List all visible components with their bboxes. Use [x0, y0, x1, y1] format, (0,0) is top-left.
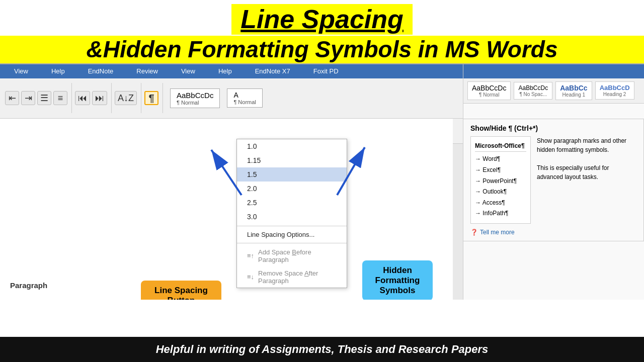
- show-hide-btn[interactable]: ¶: [144, 91, 158, 105]
- list-item-access: → Access¶: [475, 198, 526, 209]
- bottom-bar: Helpful in writing of Assignments, Thesi…: [0, 337, 644, 362]
- style-normal-label: ¶ Normal: [472, 92, 506, 98]
- info-panel-title: Show/Hide ¶ (Ctrl+*): [470, 124, 636, 132]
- info-desc2: This is especially useful for advanced l…: [537, 163, 636, 182]
- remove-space-label: Remove Space After Paragraph: [258, 269, 337, 285]
- ls-option-115[interactable]: 1.15: [237, 153, 347, 167]
- question-icon: ❓: [470, 229, 478, 236]
- tab-help[interactable]: Help: [214, 66, 236, 76]
- normal2-preview: A: [233, 91, 256, 99]
- ls-option-25[interactable]: 2.5: [237, 196, 347, 210]
- line-spacing-dropdown: 1.0 1.15 1.5 2.0 2.5 3.0 Line Spacing Op…: [236, 139, 347, 288]
- list-item-ppt: → PowerPoint¶: [475, 176, 526, 187]
- info-list: Microsoft-Office¶ → Word¶ → Excel¶ → Pow…: [470, 136, 531, 224]
- remove-space-after-btn[interactable]: ≡↓ Remove Space After Paragraph: [237, 266, 347, 288]
- ls-option-2[interactable]: 2.0: [237, 182, 347, 196]
- normal-style-inline: AaBbCcDc ¶ Normal: [170, 88, 220, 108]
- ls-options-link[interactable]: Line Spacing Options...: [237, 228, 347, 241]
- list-item-word: → Word¶: [475, 154, 526, 165]
- tab-endnote-left[interactable]: EndNote: [84, 66, 118, 76]
- remove-space-icon: ≡↓: [247, 273, 254, 281]
- styles-top-bar: [463, 64, 644, 78]
- indent-right-btn[interactable]: ⇥: [21, 91, 35, 105]
- info-panel-inner: Microsoft-Office¶ → Word¶ → Excel¶ → Pow…: [470, 136, 636, 224]
- info-desc1: Show paragraph marks and other hidden fo…: [537, 136, 636, 154]
- add-space-before-btn[interactable]: ≡↑ Add Space Before Paragraph: [237, 245, 347, 266]
- ls-option-15[interactable]: 1.5: [237, 167, 347, 182]
- style-h2-preview: AaBbCcD: [600, 84, 630, 92]
- prev-btn[interactable]: ⏮: [75, 91, 90, 105]
- style-h1-label: Heading 1: [560, 92, 587, 98]
- tab-foxit[interactable]: Foxit PD: [309, 66, 343, 76]
- ls-callout-box: Line SpacingButton: [141, 281, 221, 300]
- add-space-label: Add Space Before Paragraph: [258, 248, 337, 263]
- indent-group: ⇤ ⇥ ☰ ≡: [5, 83, 72, 113]
- styles-grid: AaBbCcDc ¶ Normal AaBbCcDc ¶ No Spac... …: [463, 78, 644, 104]
- nav-group: ⏮ ⏭: [75, 83, 112, 113]
- numbered-list-btn[interactable]: ≡: [53, 91, 67, 105]
- sort-az-btn[interactable]: A↓Z: [115, 91, 137, 105]
- bullets-btn[interactable]: ☰: [37, 91, 51, 105]
- normal-style-label: ¶ Normal: [177, 100, 213, 106]
- add-space-icon: ≡↑: [247, 252, 254, 259]
- ribbon-wrapper: View Help EndNote Review View Help EndNo…: [0, 63, 644, 300]
- style-normal[interactable]: AaBbCcDc ¶ Normal: [467, 81, 511, 100]
- list-item-outlook: → Outlook¶: [475, 187, 526, 198]
- style-heading2[interactable]: AaBbCcD Heading 2: [595, 81, 634, 100]
- tell-more-link[interactable]: ❓ Tell me more: [470, 229, 636, 236]
- tab-view-left[interactable]: View: [10, 66, 32, 76]
- style-nospace-label: ¶ No Spac...: [518, 92, 548, 97]
- tab-endnote-x7[interactable]: EndNote X7: [251, 66, 294, 76]
- style-h1-preview: AaBbCc: [560, 84, 587, 92]
- normal-style-preview: AaBbCcDc: [177, 91, 213, 100]
- style-h2-label: Heading 2: [600, 92, 630, 97]
- hfs-callout-box: HiddenFormattingSymbols: [362, 260, 433, 300]
- indent-left-btn[interactable]: ⇤: [5, 91, 19, 105]
- style-normal-preview: AaBbCcDc: [472, 84, 506, 92]
- info-text: Show paragraph marks and other hidden fo…: [537, 136, 636, 224]
- sort-group: A↓Z: [115, 83, 141, 113]
- hfs-callout-text: HiddenFormattingSymbols: [375, 265, 420, 295]
- style-nospace-preview: AaBbCcDc: [518, 84, 548, 92]
- ls-callout-text: Line SpacingButton: [154, 286, 208, 300]
- normal-style2: A ¶ Normal: [227, 88, 262, 108]
- paragraph-label: Paragraph: [10, 281, 47, 290]
- style-heading1[interactable]: AaBbCc Heading 1: [555, 81, 592, 100]
- list-item-infopath: → InfoPath¶: [475, 208, 526, 219]
- ls-option-1[interactable]: 1.0: [237, 139, 347, 153]
- tab-view[interactable]: View: [177, 66, 199, 76]
- title-line1: Line Spacing: [231, 4, 413, 35]
- tab-help-left[interactable]: Help: [47, 66, 69, 76]
- bottom-bar-text: Helpful in writing of Assignments, Thesi…: [156, 343, 489, 356]
- info-list-title: Microsoft-Office¶: [475, 141, 526, 152]
- list-item-excel: → Excel¶: [475, 165, 526, 176]
- next-btn[interactable]: ⏭: [92, 91, 107, 105]
- ls-option-3[interactable]: 3.0: [237, 210, 347, 224]
- info-panel: Show/Hide ¶ (Ctrl+*) Microsoft-Office¶ →…: [463, 119, 644, 241]
- normal2-label: ¶ Normal: [233, 99, 256, 105]
- title-area: Line Spacing &Hidden Formatting Symbols …: [0, 0, 644, 63]
- show-hide-group: ¶: [144, 83, 163, 113]
- tell-more-text: Tell me more: [480, 229, 515, 236]
- tab-review[interactable]: Review: [132, 66, 162, 76]
- styles-panel: AaBbCcDc ¶ Normal AaBbCcDc ¶ No Spac... …: [463, 64, 644, 300]
- title-line2: &Hidden Formatting Symbols in MS Words: [0, 36, 644, 63]
- style-no-spacing[interactable]: AaBbCcDc ¶ No Spac...: [514, 82, 552, 100]
